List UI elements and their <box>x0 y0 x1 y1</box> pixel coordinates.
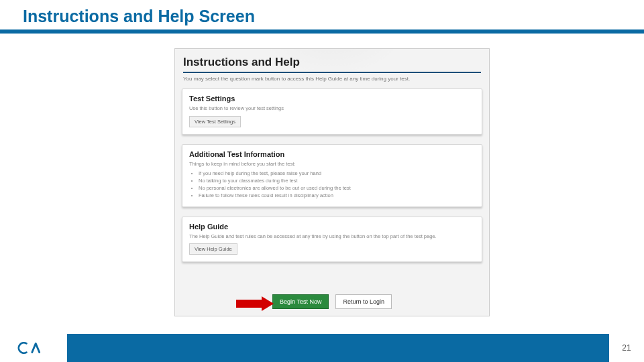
heading-rule <box>183 72 481 73</box>
panel-lead: Things to keep in mind before you start … <box>189 161 475 168</box>
slide-title: Instructions and Help Screen <box>23 7 644 26</box>
begin-test-button[interactable]: Begin Test Now <box>272 294 329 309</box>
embedded-screenshot: Instructions and Help You may select the… <box>174 48 490 316</box>
panel-desc: Use this button to review your test sett… <box>189 105 475 112</box>
arrow-indicator-icon <box>236 296 276 311</box>
list-item: No personal electronics are allowed to b… <box>199 184 475 192</box>
title-bar: Instructions and Help Screen <box>0 0 644 26</box>
title-underline <box>0 29 644 34</box>
panel-test-settings: Test Settings Use this button to review … <box>182 88 482 135</box>
panel-title: Additional Test Information <box>189 150 475 158</box>
footer-logo <box>0 334 67 362</box>
list-item: Failure to follow these rules could resu… <box>199 192 475 199</box>
page-heading: Instructions and Help <box>183 56 481 69</box>
page-subheading: You may select the question mark button … <box>183 76 481 82</box>
logo-icon <box>15 341 52 355</box>
panel-additional-info: Additional Test Information Things to ke… <box>182 144 482 207</box>
panel-desc: The Help Guide and test rules can be acc… <box>189 233 475 240</box>
page-number-value: 21 <box>622 343 631 353</box>
view-test-settings-button[interactable]: View Test Settings <box>189 116 241 127</box>
screenshot-body: Instructions and Help You may select the… <box>175 49 489 316</box>
action-row: Begin Test Now Return to Login <box>175 294 489 309</box>
panel-help-guide: Help Guide The Help Guide and test rules… <box>182 217 482 263</box>
panel-title: Help Guide <box>189 223 475 231</box>
info-list: If you need help during the test, please… <box>189 170 475 200</box>
list-item: No talking to your classmates during the… <box>199 177 475 184</box>
list-item: If you need help during the test, please… <box>199 170 475 177</box>
view-help-guide-button[interactable]: View Help Guide <box>189 243 237 255</box>
panel-title: Test Settings <box>189 95 475 103</box>
page-number: 21 <box>609 334 644 362</box>
footer-bar <box>0 334 644 362</box>
slide: Instructions and Help Screen Instruction… <box>0 0 644 362</box>
return-to-login-button[interactable]: Return to Login <box>335 294 392 309</box>
